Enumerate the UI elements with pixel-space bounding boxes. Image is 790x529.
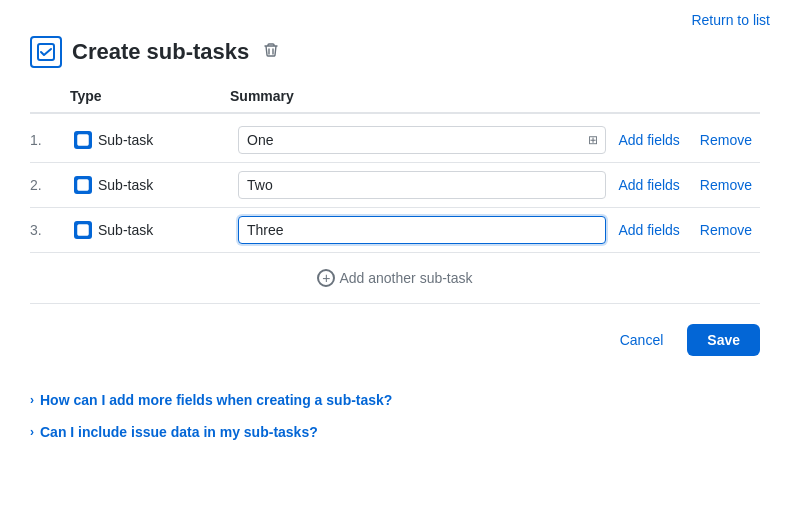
add-subtask-button[interactable]: + Add another sub-task	[317, 269, 472, 287]
subtask-type-label-1: Sub-task	[98, 132, 153, 148]
main-content: Create sub-tasks Type Summary 1.	[0, 36, 790, 476]
col-type-header: Type	[70, 88, 230, 104]
col-summary-header: Summary	[230, 88, 760, 104]
add-fields-button-2[interactable]: Add fields	[610, 173, 687, 197]
summary-input-wrapper-3	[238, 216, 606, 244]
save-button[interactable]: Save	[687, 324, 760, 356]
subtask-type-3: Sub-task	[74, 221, 234, 239]
subtask-type-icon-2	[74, 176, 92, 194]
input-format-icon-1: ⊞	[588, 133, 598, 147]
subtask-type-icon-3	[74, 221, 92, 239]
table-row: 3. Sub-task Add fields Remove	[30, 208, 760, 253]
summary-input-3[interactable]	[238, 216, 606, 244]
subtask-type-1: Sub-task	[74, 131, 234, 149]
delete-icon[interactable]	[263, 42, 279, 62]
faq-chevron-2: ›	[30, 425, 34, 439]
table-row: 2. Sub-task Add fields Remove	[30, 163, 760, 208]
page-title: Create sub-tasks	[72, 39, 249, 65]
actions-row: Cancel Save	[30, 304, 760, 376]
add-fields-button-1[interactable]: Add fields	[610, 128, 687, 152]
add-subtask-icon: +	[317, 269, 335, 287]
subtask-type-label-3: Sub-task	[98, 222, 153, 238]
cancel-button[interactable]: Cancel	[608, 326, 676, 354]
return-to-list-link[interactable]: Return to list	[691, 12, 770, 28]
remove-button-2[interactable]: Remove	[692, 173, 760, 197]
subtasks-table: Type Summary 1. Sub-task ⊞ Add fi	[30, 88, 760, 304]
table-header: Type Summary	[30, 88, 760, 114]
remove-button-1[interactable]: Remove	[692, 128, 760, 152]
summary-input-1[interactable]	[238, 126, 606, 154]
faq-question-2: Can I include issue data in my sub-tasks…	[40, 424, 318, 440]
page-icon	[30, 36, 62, 68]
faq-item-1[interactable]: › How can I add more fields when creatin…	[30, 384, 760, 416]
page-header: Create sub-tasks	[30, 36, 760, 68]
add-fields-button-3[interactable]: Add fields	[610, 218, 687, 242]
table-row: 1. Sub-task ⊞ Add fields Remove	[30, 118, 760, 163]
summary-input-wrapper-2	[238, 171, 606, 199]
subtask-type-2: Sub-task	[74, 176, 234, 194]
row-number-2: 2.	[30, 177, 70, 193]
subtask-type-label-2: Sub-task	[98, 177, 153, 193]
top-bar: Return to list	[0, 0, 790, 36]
faq-item-2[interactable]: › Can I include issue data in my sub-tas…	[30, 416, 760, 448]
row-number-1: 1.	[30, 132, 70, 148]
row-number-3: 3.	[30, 222, 70, 238]
summary-input-2[interactable]	[238, 171, 606, 199]
add-subtask-label: Add another sub-task	[339, 270, 472, 286]
faq-question-1: How can I add more fields when creating …	[40, 392, 392, 408]
faq-section: › How can I add more fields when creatin…	[30, 376, 760, 456]
remove-button-3[interactable]: Remove	[692, 218, 760, 242]
subtask-type-icon-1	[74, 131, 92, 149]
summary-input-wrapper-1: ⊞	[238, 126, 606, 154]
add-subtask-row: + Add another sub-task	[30, 253, 760, 304]
faq-chevron-1: ›	[30, 393, 34, 407]
